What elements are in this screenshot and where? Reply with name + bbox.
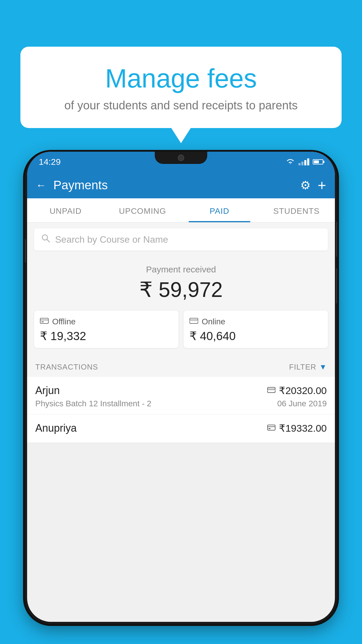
svg-rect-13 [268, 428, 270, 429]
transaction-top: Anupriya ₹19332.00 [35, 422, 327, 434]
transaction-name: Arjun [35, 384, 60, 397]
transactions-label: TRANSACTIONS [35, 363, 98, 372]
search-bar[interactable]: Search by Course or Name [34, 228, 328, 251]
camera [178, 155, 184, 161]
transaction-date: 06 June 2019 [277, 399, 327, 408]
payment-received-label: Payment received [34, 265, 328, 274]
transaction-bottom: Physics Batch 12 Installment - 2 06 June… [35, 399, 327, 408]
payment-received-section: Payment received ₹ 59,972 [27, 256, 335, 311]
offline-payment-icon [267, 424, 275, 433]
phone-notch [155, 152, 207, 164]
tabs: UNPAID UPCOMING PAID STUDENTS [27, 198, 335, 223]
status-time: 14:29 [39, 157, 61, 167]
svg-rect-4 [41, 321, 44, 322]
phone-screen: 14:29 [27, 152, 335, 622]
payment-received-amount: ₹ 59,972 [34, 277, 328, 302]
online-amount: ₹ 40,640 [189, 329, 322, 343]
search-placeholder: Search by Course or Name [55, 234, 168, 245]
filter-button[interactable]: FILTER ▼ [289, 363, 327, 372]
back-button[interactable]: ← [36, 179, 46, 191]
card-payment-icon [267, 386, 275, 395]
svg-rect-2 [40, 318, 48, 323]
online-label: Online [202, 317, 225, 326]
transaction-name: Anupriya [35, 422, 77, 434]
transaction-amount: ₹20320.00 [279, 385, 327, 396]
power-button [336, 222, 337, 257]
filter-icon: ▼ [319, 363, 327, 372]
app-header: ← Payments ⚙ + [27, 172, 335, 198]
offline-label: Offline [52, 317, 75, 326]
tab-unpaid[interactable]: UNPAID [27, 198, 104, 222]
offline-card-top: Offline [40, 317, 173, 326]
volume-down-button [336, 268, 337, 303]
battery-icon [313, 159, 323, 164]
svg-rect-11 [268, 425, 275, 430]
online-card-top: Online [189, 317, 322, 326]
transaction-amount-wrap: ₹19332.00 [267, 422, 327, 434]
offline-payment-card: Offline ₹ 19,332 [34, 311, 178, 348]
payment-cards: Offline ₹ 19,332 Onli [27, 311, 335, 356]
online-icon [189, 317, 198, 326]
transactions-header: TRANSACTIONS FILTER ▼ [27, 356, 335, 377]
transaction-row[interactable]: Anupriya ₹19332.00 [27, 414, 335, 443]
search-icon [41, 234, 50, 245]
page-title: Payments [53, 178, 293, 192]
filter-label: FILTER [289, 363, 317, 372]
status-icons [286, 158, 323, 165]
tab-students[interactable]: STUDENTS [258, 198, 335, 222]
offline-amount: ₹ 19,332 [40, 329, 173, 343]
tab-upcoming[interactable]: UPCOMING [104, 198, 181, 222]
speech-bubble: Manage fees of your students and send re… [20, 47, 342, 128]
transaction-course: Physics Batch 12 Installment - 2 [35, 399, 151, 408]
volume-button [25, 239, 26, 262]
online-payment-card: Online ₹ 40,640 [184, 311, 328, 348]
search-container: Search by Course or Name [27, 223, 335, 256]
phone-frame: 14:29 [25, 152, 337, 624]
offline-icon [40, 317, 49, 326]
background: Manage fees of your students and send re… [0, 0, 362, 644]
transaction-row[interactable]: Arjun ₹20320.00 Physics Batch 1 [27, 377, 335, 414]
transaction-amount-wrap: ₹20320.00 [267, 385, 327, 396]
bubble-title: Manage fees [35, 64, 327, 93]
transaction-amount: ₹19332.00 [279, 422, 327, 434]
tab-paid[interactable]: PAID [181, 198, 258, 222]
svg-line-1 [47, 239, 50, 242]
wifi-icon [286, 158, 295, 165]
settings-button[interactable]: ⚙ [300, 178, 311, 192]
transaction-top: Arjun ₹20320.00 [35, 384, 327, 397]
signal-icon [298, 158, 309, 165]
bubble-subtitle: of your students and send receipts to pa… [35, 99, 327, 112]
add-button[interactable]: + [318, 178, 326, 192]
